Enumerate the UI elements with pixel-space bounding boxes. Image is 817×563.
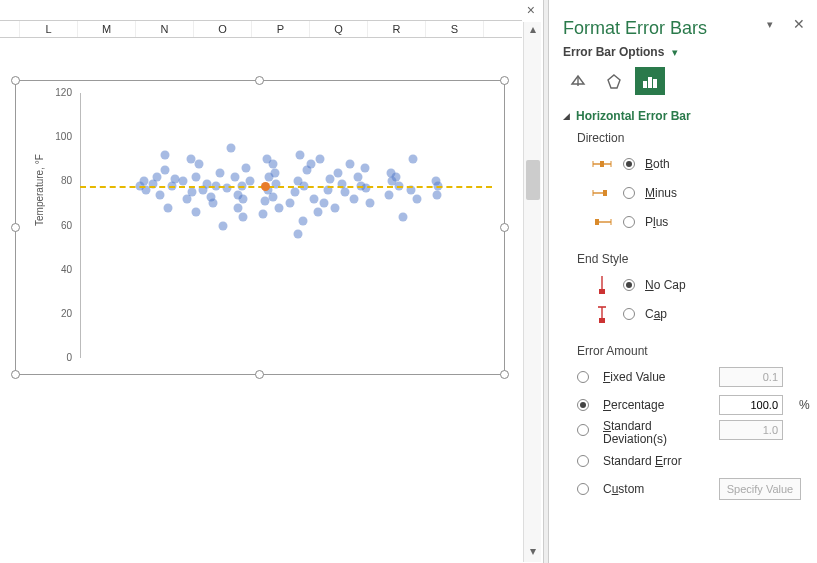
data-point[interactable] <box>360 164 369 173</box>
direction-plus-radio[interactable] <box>623 216 635 228</box>
data-point[interactable] <box>268 159 277 168</box>
data-point[interactable] <box>314 208 323 217</box>
endstyle-cap-radio[interactable] <box>623 308 635 320</box>
data-point[interactable] <box>206 192 215 201</box>
y-axis-label[interactable]: Temperature, °F <box>34 154 45 226</box>
direction-both-radio[interactable] <box>623 158 635 170</box>
data-point[interactable] <box>385 190 394 199</box>
data-point[interactable] <box>246 177 255 186</box>
column-header[interactable]: R <box>368 21 426 37</box>
column-header[interactable]: M <box>78 21 136 37</box>
data-point[interactable] <box>242 164 251 173</box>
data-point[interactable] <box>163 203 172 212</box>
close-chart-pane-icon[interactable]: × <box>527 2 535 18</box>
data-point[interactable] <box>182 195 191 204</box>
amount-fixed-radio[interactable] <box>577 371 589 383</box>
scroll-thumb[interactable] <box>526 160 540 200</box>
column-header[interactable]: S <box>426 21 484 37</box>
amount-stderr-radio[interactable] <box>577 455 589 467</box>
data-point[interactable] <box>399 212 408 221</box>
data-point[interactable] <box>156 190 165 199</box>
effects-tab-icon[interactable] <box>599 67 629 95</box>
resize-handle[interactable] <box>500 76 509 85</box>
data-point[interactable] <box>286 199 295 208</box>
data-point[interactable] <box>320 199 329 208</box>
amount-fixed-input[interactable] <box>719 367 783 387</box>
data-point[interactable] <box>409 155 418 164</box>
data-point[interactable] <box>226 144 235 153</box>
close-pane-icon[interactable]: ✕ <box>793 16 805 32</box>
resize-handle[interactable] <box>255 76 264 85</box>
data-point[interactable] <box>413 195 422 204</box>
data-point[interactable] <box>216 168 225 177</box>
column-header[interactable] <box>0 21 20 37</box>
section-toggle[interactable]: ◢ Horizontal Error Bar <box>563 109 803 123</box>
amount-custom-radio[interactable] <box>577 483 589 495</box>
column-header[interactable]: L <box>20 21 78 37</box>
column-header[interactable]: Q <box>310 21 368 37</box>
data-point[interactable] <box>238 212 247 221</box>
data-point[interactable] <box>218 221 227 230</box>
resize-handle[interactable] <box>11 76 20 85</box>
data-point[interactable] <box>161 166 170 175</box>
scroll-down-icon[interactable]: ▾ <box>524 544 542 562</box>
data-point[interactable] <box>294 230 303 239</box>
data-point[interactable] <box>186 155 195 164</box>
data-point[interactable] <box>346 159 355 168</box>
data-point[interactable] <box>270 168 279 177</box>
data-point[interactable] <box>365 199 374 208</box>
data-point[interactable] <box>231 172 240 181</box>
data-point[interactable] <box>191 208 200 217</box>
resize-handle[interactable] <box>500 223 509 232</box>
data-point[interactable] <box>334 168 343 177</box>
data-point[interactable] <box>290 188 299 197</box>
data-point[interactable] <box>268 192 277 201</box>
data-point[interactable] <box>330 203 339 212</box>
resize-handle[interactable] <box>255 370 264 379</box>
column-header[interactable]: O <box>194 21 252 37</box>
average-error-bar[interactable] <box>80 186 492 188</box>
data-point[interactable] <box>354 172 363 181</box>
data-point[interactable] <box>306 159 315 168</box>
data-point[interactable] <box>326 175 335 184</box>
average-point[interactable] <box>261 182 270 191</box>
bar-options-tab-icon[interactable] <box>635 67 665 95</box>
data-point[interactable] <box>310 195 319 204</box>
plot-area[interactable] <box>80 93 492 358</box>
data-point[interactable] <box>192 172 201 181</box>
data-point[interactable] <box>316 155 325 164</box>
pane-menu-icon[interactable]: ▾ <box>767 18 773 31</box>
chart-object[interactable]: Temperature, °F 020406080100120 <box>15 80 505 375</box>
data-point[interactable] <box>391 172 400 181</box>
column-header[interactable]: N <box>136 21 194 37</box>
amount-percentage-input[interactable] <box>719 395 783 415</box>
endstyle-nocap-radio[interactable] <box>623 279 635 291</box>
data-point[interactable] <box>139 177 148 186</box>
data-point[interactable] <box>239 195 248 204</box>
scroll-up-icon[interactable]: ▴ <box>524 22 542 40</box>
data-point[interactable] <box>341 188 350 197</box>
vertical-scrollbar[interactable]: ▴ ▾ <box>523 22 541 562</box>
data-point[interactable] <box>350 195 359 204</box>
resize-handle[interactable] <box>11 223 20 232</box>
specify-value-button[interactable]: Specify Value <box>719 478 801 500</box>
y-tick-label: 120 <box>48 87 72 98</box>
direction-minus-radio[interactable] <box>623 187 635 199</box>
resize-handle[interactable] <box>500 370 509 379</box>
amount-stddev-input[interactable] <box>719 420 783 440</box>
data-point[interactable] <box>295 150 304 159</box>
data-point[interactable] <box>178 177 187 186</box>
column-header[interactable]: P <box>252 21 310 37</box>
data-point[interactable] <box>275 203 284 212</box>
fill-line-tab-icon[interactable] <box>563 67 593 95</box>
error-bar-options-dropdown[interactable]: Error Bar Options ▾ <box>563 45 803 59</box>
amount-stddev-radio[interactable] <box>577 424 589 436</box>
data-point[interactable] <box>195 159 204 168</box>
data-point[interactable] <box>161 150 170 159</box>
data-point[interactable] <box>233 203 242 212</box>
resize-handle[interactable] <box>11 370 20 379</box>
data-point[interactable] <box>299 217 308 226</box>
data-point[interactable] <box>258 210 267 219</box>
data-point[interactable] <box>432 190 441 199</box>
amount-percentage-radio[interactable] <box>577 399 589 411</box>
